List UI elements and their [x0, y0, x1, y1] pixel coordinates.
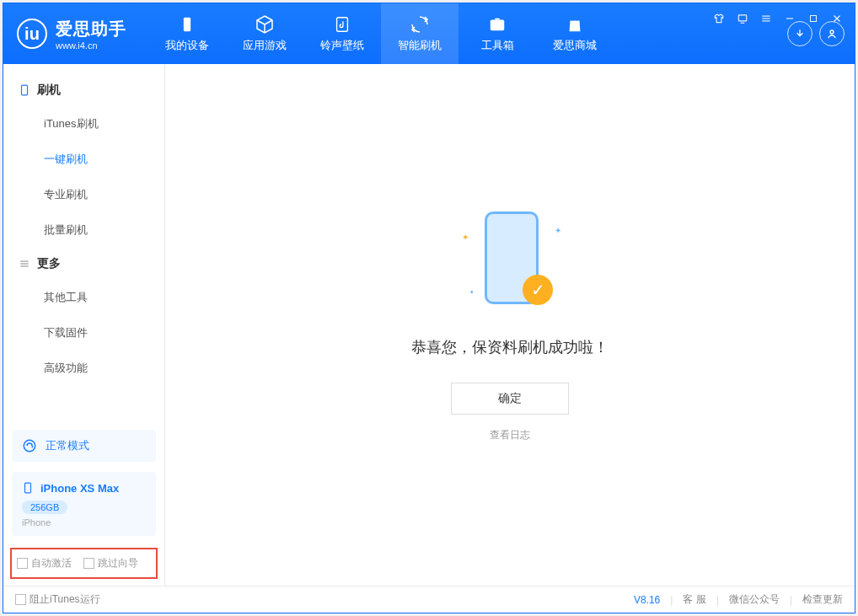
- checkbox-label: 跳过向导: [98, 556, 138, 570]
- success-message: 恭喜您，保资料刷机成功啦！: [411, 337, 609, 357]
- svg-rect-12: [22, 85, 28, 95]
- nav-ringtone[interactable]: 铃声壁纸: [303, 3, 381, 64]
- sidebar-item-batch-flash[interactable]: 批量刷机: [3, 212, 164, 248]
- svg-rect-8: [184, 18, 190, 32]
- nav-label: 铃声壁纸: [320, 38, 364, 53]
- close-button[interactable]: [829, 11, 845, 26]
- maximize-button[interactable]: [806, 11, 821, 26]
- app-title: 爱思助手: [56, 18, 126, 40]
- svg-rect-10: [491, 20, 505, 31]
- minimize-button[interactable]: [782, 11, 797, 26]
- nav-label: 爱思商城: [553, 38, 597, 53]
- device-type: iPhone: [22, 517, 146, 528]
- checkbox-label: 自动激活: [31, 556, 72, 570]
- svg-rect-17: [25, 483, 31, 493]
- storage-badge: 256GB: [22, 501, 67, 514]
- checkbox-icon: [17, 558, 28, 569]
- svg-rect-9: [337, 18, 348, 32]
- nav-label: 我的设备: [165, 38, 209, 53]
- device-mode-card[interactable]: 正常模式: [12, 430, 156, 462]
- list-icon: [19, 258, 30, 270]
- titlebar: iu 爱思助手 www.i4.cn 我的设备 应用游戏 铃声壁纸 智能刷机: [3, 3, 855, 64]
- phone-icon: [22, 480, 34, 495]
- nav-apps[interactable]: 应用游戏: [226, 3, 303, 64]
- checkbox-auto-activate[interactable]: 自动激活: [17, 556, 72, 570]
- app-url: www.i4.cn: [56, 40, 126, 51]
- sidebar: 刷机 iTunes刷机 一键刷机 专业刷机 批量刷机 更多 其他工具 下载固件 …: [3, 64, 165, 586]
- sidebar-item-advanced[interactable]: 高级功能: [3, 351, 164, 386]
- phone-icon: [19, 83, 30, 98]
- cube-icon: [255, 14, 275, 35]
- logo: iu 爱思助手 www.i4.cn: [3, 18, 140, 51]
- checkbox-block-itunes[interactable]: 阻止iTunes运行: [15, 592, 100, 607]
- mode-label: 正常模式: [46, 438, 89, 453]
- refresh-icon: [410, 14, 430, 35]
- nav-toolbox[interactable]: 工具箱: [458, 3, 536, 64]
- bag-icon: [565, 14, 585, 35]
- checkbox-label: 阻止iTunes运行: [29, 592, 100, 607]
- footer: 阻止iTunes运行 V8.16 | 客 服 | 微信公众号 | 检查更新: [3, 586, 855, 613]
- briefcase-icon: [487, 14, 507, 35]
- support-link[interactable]: 客 服: [683, 592, 705, 607]
- checkbox-icon: [83, 558, 94, 569]
- music-icon: [332, 14, 352, 35]
- sidebar-item-other-tools[interactable]: 其他工具: [3, 280, 164, 315]
- version-label: V8.16: [634, 594, 660, 606]
- wechat-link[interactable]: 微信公众号: [729, 592, 780, 607]
- nav-flash[interactable]: 智能刷机: [381, 3, 458, 64]
- menu-icon[interactable]: [759, 11, 774, 26]
- sparkle-icon: ✦: [462, 233, 469, 242]
- sidebar-group-more: 更多: [3, 248, 164, 280]
- main-content: ✦ ✦ • ✓ 恭喜您，保资料刷机成功啦！ 确定 查看日志: [165, 64, 855, 586]
- svg-rect-5: [811, 16, 817, 22]
- nav-label: 应用游戏: [243, 38, 287, 53]
- highlighted-options: 自动激活 跳过向导: [10, 548, 158, 579]
- device-name-label: iPhone XS Max: [40, 482, 119, 495]
- svg-rect-0: [738, 15, 746, 21]
- sync-icon: [22, 438, 37, 453]
- device-card[interactable]: iPhone XS Max 256GB iPhone: [12, 472, 156, 536]
- checkbox-skip-guide[interactable]: 跳过向导: [83, 556, 138, 570]
- nav-store[interactable]: 爱思商城: [536, 3, 614, 64]
- sidebar-item-pro-flash[interactable]: 专业刷机: [3, 177, 164, 212]
- ok-button[interactable]: 确定: [451, 383, 569, 415]
- view-log-link[interactable]: 查看日志: [490, 428, 530, 442]
- top-nav: 我的设备 应用游戏 铃声壁纸 智能刷机 工具箱 爱思商城: [148, 3, 614, 64]
- check-update-link[interactable]: 检查更新: [802, 592, 843, 607]
- window-controls: [711, 7, 845, 30]
- svg-point-16: [24, 440, 35, 452]
- sidebar-group-flash: 刷机: [3, 74, 164, 106]
- nav-my-device[interactable]: 我的设备: [148, 3, 226, 64]
- check-icon: ✓: [523, 275, 553, 305]
- sparkle-icon: ✦: [555, 226, 561, 235]
- sidebar-item-itunes-flash[interactable]: iTunes刷机: [3, 106, 164, 142]
- sparkle-icon: •: [470, 287, 474, 297]
- sidebar-item-onekey-flash[interactable]: 一键刷机: [3, 142, 164, 177]
- success-illustration: ✦ ✦ • ✓: [455, 207, 565, 317]
- skin-icon[interactable]: [711, 11, 727, 26]
- sidebar-item-download-firmware[interactable]: 下载固件: [3, 315, 164, 351]
- device-icon: [177, 14, 197, 35]
- logo-icon: iu: [17, 19, 47, 49]
- nav-label: 工具箱: [481, 38, 514, 53]
- nav-label: 智能刷机: [398, 38, 442, 53]
- svg-point-11: [830, 30, 834, 34]
- feedback-icon[interactable]: [735, 11, 750, 26]
- checkbox-icon: [15, 594, 26, 605]
- group-label: 更多: [37, 256, 61, 271]
- group-label: 刷机: [37, 83, 61, 98]
